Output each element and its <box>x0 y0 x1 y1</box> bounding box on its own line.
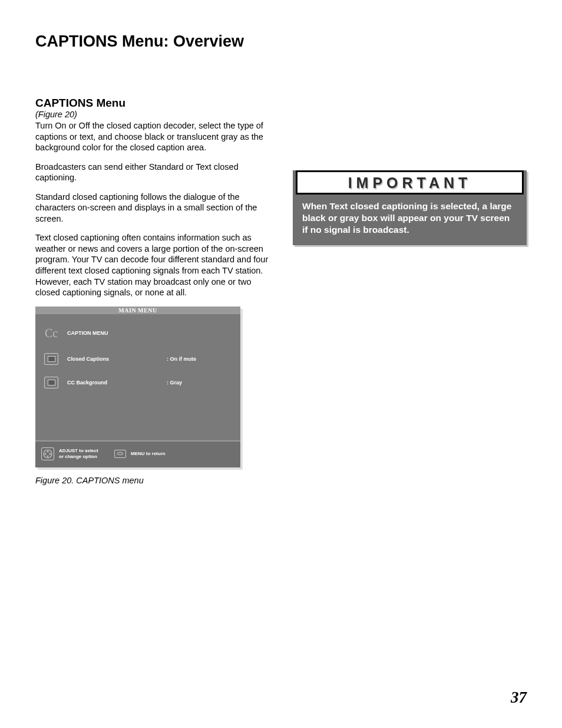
osd-footer-menu-text: MENU to return <box>131 451 166 456</box>
page-number: 37 <box>511 689 527 707</box>
paragraph: Text closed captioning often contains in… <box>35 232 269 298</box>
svg-marker-3 <box>44 453 46 455</box>
osd-setting-label: Closed Captions <box>67 356 158 362</box>
paragraph: Standard closed captioning follows the d… <box>35 192 269 225</box>
figure-caption: Figure 20. CAPTIONS menu <box>35 476 269 485</box>
osd-body: Cc CAPTION MENU Closed Captions : On if … <box>35 314 240 440</box>
important-callout: IMPORTANT When Text closed captioning is… <box>293 170 527 245</box>
osd-footer-adjust-text: ADJUST to select or change option <box>59 448 110 459</box>
menu-button-icon <box>114 450 126 458</box>
important-body: When Text closed captioning is selected,… <box>293 195 527 245</box>
osd-setting-row: Closed Captions : On if mute <box>41 352 234 366</box>
svg-marker-1 <box>47 450 49 452</box>
page-title: CAPTIONS Menu: Overview <box>35 32 527 51</box>
osd-setting-label: CC Background <box>67 380 158 386</box>
important-header-text: IMPORTANT <box>348 174 472 191</box>
dpad-icon <box>41 447 54 460</box>
svg-marker-2 <box>47 456 49 457</box>
important-header: IMPORTANT <box>296 170 524 195</box>
left-column: CAPTIONS Menu (Figure 20) Turn On or Off… <box>35 97 269 485</box>
osd-menu-title: CAPTION MENU <box>67 330 158 336</box>
osd-menu-title-row: Cc CAPTION MENU <box>41 326 234 340</box>
osd-setting-value: : Gray <box>167 380 182 386</box>
osd-setting-value: : On if mute <box>167 356 196 362</box>
osd-screenshot: MAIN MENU Cc CAPTION MENU Closed Caption… <box>35 307 240 467</box>
right-column: IMPORTANT When Text closed captioning is… <box>293 97 527 485</box>
paragraph: Turn On or Off the closed caption decode… <box>35 120 269 153</box>
osd-footer-line2: or change option <box>59 454 97 459</box>
tv-icon <box>44 375 59 390</box>
cc-icon: Cc <box>44 326 59 340</box>
content-columns: CAPTIONS Menu (Figure 20) Turn On or Off… <box>35 97 527 485</box>
osd-titlebar: MAIN MENU <box>35 307 240 314</box>
section-heading: CAPTIONS Menu <box>35 97 269 110</box>
paragraph: Broadcasters can send either Standard or… <box>35 162 269 183</box>
osd-footer: ADJUST to select or change option MENU t… <box>35 440 240 467</box>
cc-glyph: Cc <box>45 327 58 339</box>
tv-icon <box>44 352 59 366</box>
svg-marker-4 <box>49 453 51 455</box>
figure-reference: (Figure 20) <box>35 110 269 119</box>
osd-footer-line1: ADJUST to select <box>59 448 98 453</box>
osd-setting-row: CC Background : Gray <box>41 375 234 390</box>
